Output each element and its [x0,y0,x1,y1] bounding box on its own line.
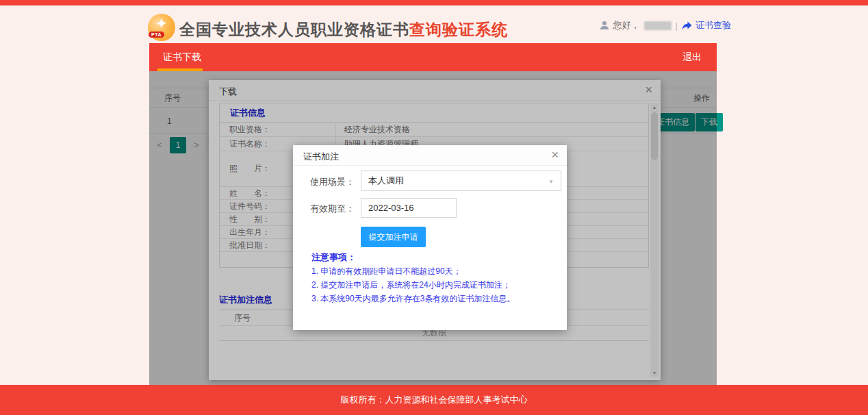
annotation-modal: 证书加注 × 使用场景： 本人调用 ▼ 有效期至： 提交加注申请 注意事项： 1… [293,145,567,330]
page-footer: 版权所有：人力资源和社会保障部人事考试中心 [0,385,868,415]
certificate-verify-link[interactable]: 证书查验 [682,19,731,32]
share-arrow-icon [682,21,692,30]
annotation-modal-header: 证书加注 × [293,145,567,166]
logout-label: 退出 [682,51,702,64]
verify-link-label: 证书查验 [695,19,731,32]
expiry-date-input[interactable] [361,198,457,218]
user-icon [600,21,609,30]
submit-annotation-button[interactable]: 提交加注申请 [361,227,426,247]
pta-logo: ✦ PTA [148,14,175,41]
tab-certificate-download-label: 证书下载 [163,51,201,64]
copyright-text: 版权所有：人力资源和社会保障部人事考试中心 [341,394,528,406]
scene-label: 使用场景： [300,176,355,188]
header-divider: | [676,21,678,31]
note-line-2: 2. 提交加注申请后，系统将在24小时内完成证书加注； [311,279,511,291]
note-line-1: 1. 申请的有效期距申请日不能超过90天； [311,266,461,277]
logout-button[interactable]: 退出 [667,43,717,71]
redacted-username [644,21,672,30]
close-icon[interactable]: × [551,148,559,162]
logo-emblem-icon: ✦ [148,15,175,33]
page-title-main: 全国专业技术人员职业资格证书 [179,21,409,38]
page-title-accent: 查询验证系统 [409,21,508,38]
usage-scene-value: 本人调用 [368,175,404,187]
page-title: 全国专业技术人员职业资格证书查询验证系统 [179,19,508,40]
expiry-label: 有效期至： [300,203,355,215]
tab-certificate-download[interactable]: 证书下载 [149,43,215,71]
user-area: 您好， | 证书查验 [600,19,731,32]
chevron-down-icon: ▼ [548,179,554,185]
usage-scene-select[interactable]: 本人调用 ▼ [361,171,561,191]
annotation-modal-title: 证书加注 [303,151,339,163]
notes-title: 注意事项： [311,251,356,264]
logo-pta-label: PTA [149,32,164,38]
note-line-3: 3. 本系统90天内最多允许存在3条有效的证书加注信息。 [311,293,515,305]
page-header: ✦ PTA 全国专业技术人员职业资格证书查询验证系统 您好， | 证书查验 [0,5,868,43]
main-nav: 证书下载 退出 [149,43,717,71]
top-accent-strip [0,0,868,5]
greeting-text: 您好， [613,19,640,32]
